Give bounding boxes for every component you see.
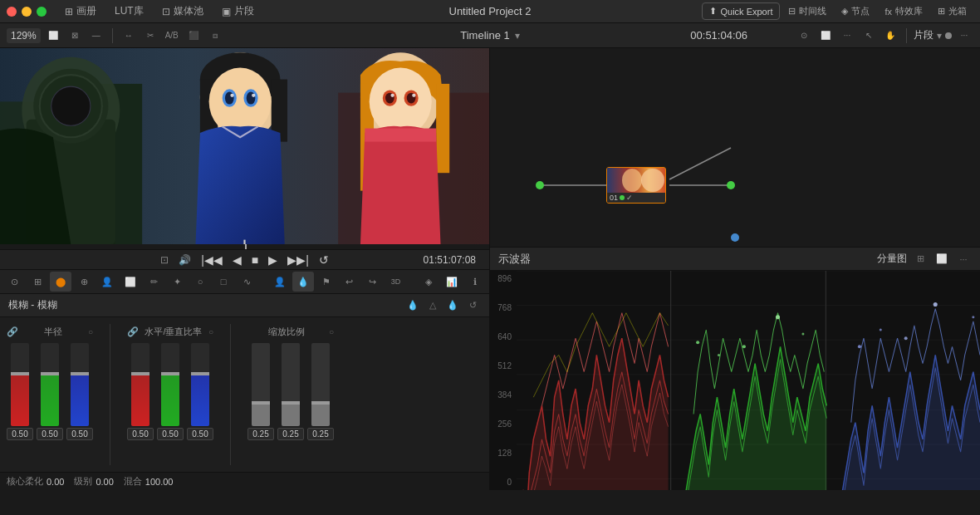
waveform-fit-icon[interactable]: ⬜ [933, 251, 950, 267]
grid-tool[interactable]: ⊞ [27, 272, 48, 292]
tab-lut[interactable]: LUT库 [106, 2, 152, 21]
ratio-green-value[interactable]: 0.50 [157, 428, 184, 440]
chart-tool[interactable]: 📊 [441, 272, 463, 292]
node-box-1[interactable]: 01 ✓ [606, 167, 666, 204]
timeline-menu-btn[interactable]: ⊟ 时间线 [782, 2, 833, 20]
color-tool[interactable]: ⬤ [50, 272, 71, 292]
stop-btn[interactable]: ■ [252, 253, 258, 267]
radius-blue-value[interactable]: 0.50 [66, 428, 93, 440]
ratio-red-track [131, 343, 149, 426]
circle-tool[interactable]: ○ [189, 272, 211, 292]
color-wheel-icon[interactable]: ⊙ [795, 27, 813, 44]
link-icon-1[interactable]: 🔗 [7, 326, 18, 337]
curve-tool[interactable]: ∿ [236, 272, 257, 292]
hand-icon[interactable]: ✋ [881, 27, 899, 44]
clips-dropdown-icon[interactable]: ▾ [937, 30, 942, 42]
reset-all-icon[interactable]: ↺ [464, 297, 481, 314]
scale-r-slider[interactable]: 0.25 [247, 343, 274, 440]
zoom-fit-icon[interactable]: ⊠ [66, 27, 84, 44]
eye-tool[interactable]: ◈ [418, 272, 439, 292]
step-back-btn[interactable]: ◀ [233, 253, 242, 267]
info-tool[interactable]: ℹ [464, 272, 486, 292]
softness-value[interactable]: 0.00 [47, 477, 64, 487]
undo-tool[interactable]: ↩ [339, 272, 360, 292]
scale-b-slider[interactable]: 0.25 [307, 343, 334, 440]
camera-tool[interactable]: ⊙ [3, 272, 25, 292]
toolbar-more-icon[interactable]: ··· [955, 27, 973, 44]
level-value[interactable]: 0.00 [96, 477, 113, 487]
cursor-icon[interactable]: ↖ [860, 27, 878, 44]
link-icon-2[interactable]: 🔗 [127, 326, 139, 337]
waveform-more-icon[interactable]: ··· [955, 251, 972, 267]
tab-gallery[interactable]: ⊞ 画册 [56, 2, 105, 21]
play-btn[interactable]: ▶ [268, 253, 277, 267]
magic-tool[interactable]: ✦ [166, 272, 188, 292]
blur-tool[interactable]: ⊕ [73, 272, 95, 292]
radius-green-slider[interactable]: 0.50 [37, 343, 63, 440]
person-tool[interactable]: 👤 [96, 272, 118, 292]
radius-blue-track [71, 343, 89, 426]
tab-media-pool[interactable]: ⊡ 媒体池 [154, 2, 212, 21]
minimize-button[interactable] [22, 7, 32, 17]
ratio-green-slider[interactable]: 0.50 [157, 343, 184, 440]
radius-red-slider[interactable]: 0.50 [7, 343, 33, 440]
ab-compare-icon[interactable]: A/B [163, 27, 181, 44]
alert-icon[interactable]: △ [424, 297, 441, 314]
close-button[interactable] [7, 7, 17, 17]
gallery-menu-btn[interactable]: ⊞ 光箱 [931, 2, 973, 20]
tab-clips[interactable]: ▣ 片段 [213, 2, 262, 21]
highlight-icon[interactable]: ⬛ [184, 27, 203, 44]
reset-icon-2[interactable]: ○ [208, 327, 213, 336]
quick-export-button[interactable]: ⬆ Quick Export [702, 2, 780, 20]
ratio-red-slider[interactable]: 0.50 [127, 343, 154, 440]
node-menu-btn[interactable]: ◈ 节点 [835, 2, 876, 20]
flag-tool[interactable]: ⚑ [316, 272, 337, 292]
waveform-settings-icon[interactable]: ⊞ [912, 251, 929, 267]
screen-tool[interactable]: ⬜ [120, 272, 141, 292]
maximize-button[interactable] [37, 7, 47, 17]
reset-icon-1[interactable]: ○ [88, 327, 93, 336]
stereo-tool[interactable]: 3D [385, 272, 407, 292]
audio-btn[interactable]: 🔊 [179, 254, 191, 266]
timecode-display[interactable]: 00:51:04:06 [690, 29, 747, 42]
fullscreen-icon[interactable]: ⬜ [816, 27, 835, 44]
reset-icon-3[interactable]: ○ [329, 327, 334, 336]
scale-g-value[interactable]: 0.25 [277, 428, 304, 440]
square-tool[interactable]: □ [213, 272, 234, 292]
radius-blue-slider[interactable]: 0.50 [66, 343, 93, 440]
scale-b-value[interactable]: 0.25 [307, 428, 334, 440]
blend-value[interactable]: 100.00 [145, 477, 174, 487]
zoom-out-icon[interactable]: — [87, 27, 105, 44]
redo-tool[interactable]: ↪ [362, 272, 384, 292]
skip-end-btn[interactable]: ▶▶| [287, 253, 309, 267]
export-icon: ⬆ [709, 6, 717, 17]
transform-icon[interactable]: ↔ [120, 27, 138, 44]
color-controls: 🔗 半径 ○ 0.50 [0, 317, 489, 472]
effects-menu-btn[interactable]: fx 特效库 [878, 2, 929, 20]
drop2-icon[interactable]: 💧 [444, 297, 461, 314]
drop-icon[interactable]: 💧 [404, 297, 421, 314]
timeline-dropdown-icon[interactable]: ▾ [515, 30, 520, 42]
skip-start-btn[interactable]: |◀◀ [201, 253, 223, 267]
person2-tool[interactable]: 👤 [269, 272, 291, 292]
radius-red-value[interactable]: 0.50 [7, 428, 33, 440]
waveform-mode[interactable]: 分量图 [877, 252, 907, 266]
radius-green-value[interactable]: 0.50 [37, 428, 63, 440]
svg-point-28 [390, 94, 394, 97]
view-mode-icon[interactable]: ⬜ [44, 27, 62, 44]
radius-label: 半径 [22, 326, 85, 338]
ratio-blue-slider[interactable]: 0.50 [187, 343, 213, 440]
scale-g-slider[interactable]: 0.25 [277, 343, 304, 440]
ratio-red-value[interactable]: 0.50 [127, 428, 154, 440]
zoom-level[interactable]: 129% [7, 28, 41, 43]
drop-tool[interactable]: 💧 [292, 272, 314, 292]
brush-tool[interactable]: ✏ [143, 272, 164, 292]
split-icon[interactable]: ⧈ [206, 27, 224, 44]
crop-icon[interactable]: ✂ [141, 27, 159, 44]
view-toggle-btn[interactable]: ⊡ [160, 254, 169, 266]
loop-btn[interactable]: ↺ [319, 253, 329, 267]
waveform-header: 示波器 分量图 ⊞ ⬜ ··· [490, 248, 980, 271]
ratio-blue-value[interactable]: 0.50 [187, 428, 213, 440]
scale-r-value[interactable]: 0.25 [247, 428, 274, 440]
more-options-icon[interactable]: ··· [838, 27, 856, 44]
